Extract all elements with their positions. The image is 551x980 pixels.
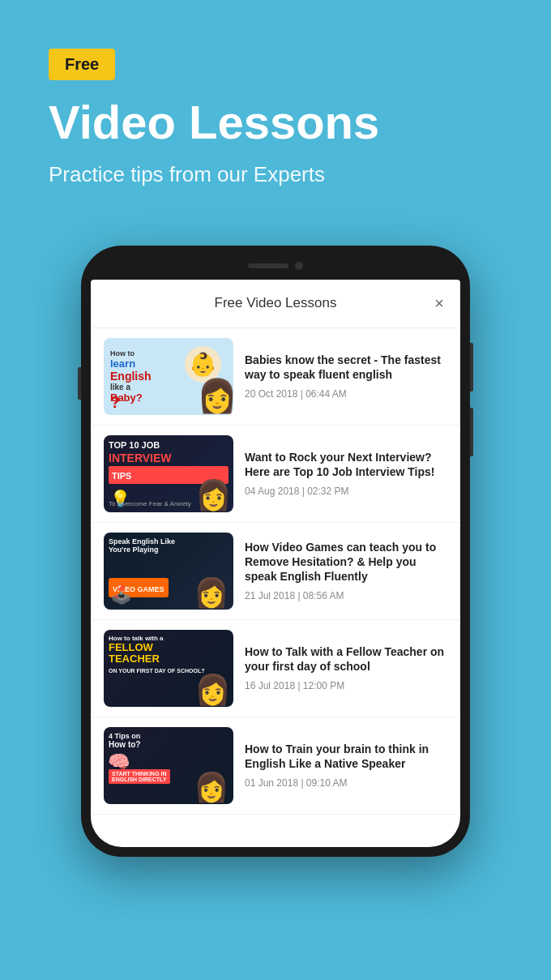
video-date-1: 20 Oct 2018 | 06:44 AM xyxy=(245,388,447,400)
video-date-4: 16 Jul 2018 | 12:00 PM xyxy=(245,680,447,691)
volume-up-button xyxy=(78,367,81,400)
think-start-line2: ENGLISH DIRECTLY xyxy=(112,777,167,782)
free-badge: Free xyxy=(49,49,115,80)
close-button[interactable]: × xyxy=(420,294,444,313)
brain-icon: 🧠 xyxy=(108,751,130,772)
video-title-2: Want to Rock your Next Interview? Here a… xyxy=(245,450,447,479)
woman-icon-3: 👩 xyxy=(194,576,229,610)
think-tips: 4 Tips on xyxy=(109,732,229,740)
tips-label: TIPS xyxy=(112,471,131,481)
phone-notch xyxy=(219,255,332,276)
video-date-3: 21 Jul 2018 | 08:56 AM xyxy=(245,590,447,601)
subtitle: Practice tips from our Experts xyxy=(49,161,502,189)
video-info-3: How Video Games can teach you to Remove … xyxy=(245,533,447,610)
interview-label: INTERVIEW xyxy=(109,451,229,464)
volume-button xyxy=(470,408,473,456)
think-how: How to? xyxy=(109,740,229,749)
top10-label: TOP 10 JOB xyxy=(109,440,229,450)
front-camera xyxy=(295,262,303,270)
thumbnail-baby: How to learn English like a Baby? 👶 👩 ? xyxy=(104,338,233,415)
phone-mockup: Free Video Lessons × How to learn Englis… xyxy=(81,246,470,857)
woman-icon-1: 👩 xyxy=(197,377,229,415)
woman-icon-5: 👩 xyxy=(194,771,229,804)
notch-area xyxy=(91,255,460,280)
header-section: Free Video Lessons Practice tips from ou… xyxy=(0,0,551,213)
phone-screen: Free Video Lessons × How to learn Englis… xyxy=(91,280,460,847)
video-info-5: How to Train your brain to think in Engl… xyxy=(245,727,447,804)
thumbnail-teacher: How to talk with a FELLOWTEACHER ON YOUR… xyxy=(104,630,233,707)
video-info-1: Babies know the secret - The fastest way… xyxy=(245,338,447,415)
video-info-4: How to Talk with a Fellow Teacher on you… xyxy=(245,630,447,707)
list-item[interactable]: How to talk with a FELLOWTEACHER ON YOUR… xyxy=(91,620,460,717)
main-title: Video Lessons xyxy=(49,96,502,148)
thumbnail-games: Speak English Like You're Playing VIDEO … xyxy=(104,533,233,610)
power-button xyxy=(470,343,473,392)
games-line2: You're Playing xyxy=(109,546,229,554)
teacher-fellow: FELLOWTEACHER xyxy=(109,642,229,665)
games-text: Speak English Like You're Playing xyxy=(109,537,229,554)
bulb-icon: 💡 xyxy=(110,489,130,508)
arcade-icon: 🕹️ xyxy=(110,584,132,606)
woman-icon-2: 👩 xyxy=(195,478,232,512)
games-line1: Speak English Like xyxy=(109,537,229,546)
video-title-1: Babies know the secret - The fastest way… xyxy=(245,353,447,382)
video-title-4: How to Talk with a Fellow Teacher on you… xyxy=(245,644,447,674)
list-item[interactable]: TOP 10 JOB INTERVIEW TIPS To Overcome Fe… xyxy=(91,426,460,523)
modal-header: Free Video Lessons × xyxy=(91,280,460,328)
video-title-5: How to Train your brain to think in Engl… xyxy=(245,742,447,771)
thumbnail-think: 4 Tips on How to? START THINKING IN ENGL… xyxy=(104,727,233,804)
thumbnail-interview: TOP 10 JOB INTERVIEW TIPS To Overcome Fe… xyxy=(104,435,233,512)
video-title-3: How Video Games can teach you to Remove … xyxy=(245,540,447,584)
video-info-2: Want to Rock your Next Interview? Here a… xyxy=(245,435,447,512)
speaker xyxy=(248,263,288,268)
phone-container: Free Video Lessons × How to learn Englis… xyxy=(0,246,551,857)
woman-icon-4: 👩 xyxy=(194,673,231,707)
interview-top: TOP 10 JOB INTERVIEW TIPS xyxy=(109,440,229,484)
list-item[interactable]: 4 Tips on How to? START THINKING IN ENGL… xyxy=(91,717,460,815)
video-date-2: 04 Aug 2018 | 02:32 PM xyxy=(245,486,447,497)
video-date-5: 01 Jun 2018 | 09:10 AM xyxy=(245,777,447,789)
modal-title: Free Video Lessons xyxy=(131,295,420,311)
list-item[interactable]: Speak English Like You're Playing VIDEO … xyxy=(91,523,460,620)
question-mark: ? xyxy=(110,393,120,412)
list-item[interactable]: How to learn English like a Baby? 👶 👩 ? … xyxy=(91,328,460,426)
